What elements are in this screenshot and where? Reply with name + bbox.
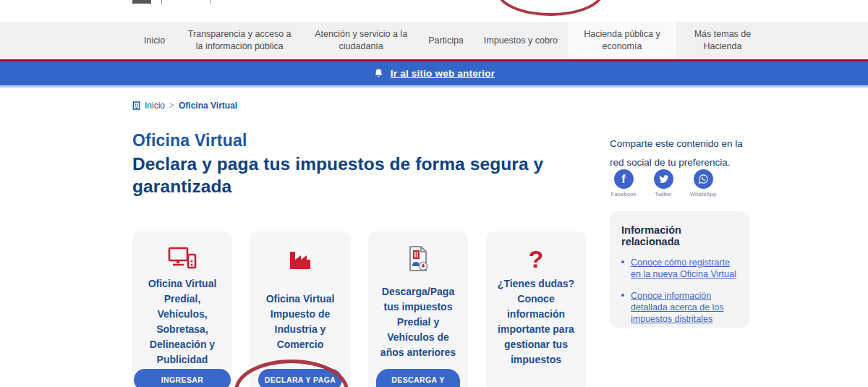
breadcrumb-home-link[interactable]: Inicio bbox=[145, 101, 165, 111]
clipped-header-logo bbox=[132, 0, 226, 4]
nav-item-mas-temas[interactable]: Más temas de Hacienda bbox=[676, 22, 769, 59]
document-download-icon bbox=[375, 243, 461, 275]
bell-icon bbox=[373, 68, 384, 79]
nav-item-atencion[interactable]: Atención y servicio a la ciudadanía bbox=[304, 22, 418, 59]
card-text: Oficina Virtual Impuesto de Industria y … bbox=[258, 292, 343, 352]
related-links-list: Conoce cómo registrarte en la nueva Ofic… bbox=[621, 257, 738, 325]
breadcrumb-separator: > bbox=[169, 101, 174, 111]
social-label: WhatsApp bbox=[690, 191, 717, 197]
breadcrumb: Inicio > Oficina Virtual bbox=[132, 101, 237, 111]
main-nav: Inicio Transparencia y acceso a la infor… bbox=[0, 22, 868, 59]
ingresar-button[interactable]: INGRESAR bbox=[134, 369, 231, 387]
card-descarga-paga: Descarga/Paga tus impuestos Predial y Ve… bbox=[368, 231, 468, 387]
building-icon bbox=[132, 101, 140, 110]
share-facebook-button[interactable]: f Facebook bbox=[610, 169, 637, 197]
card-tienes-dudas: ? ¿Tienes dudas? Conoce información impo… bbox=[486, 231, 586, 387]
social-share-row: f Facebook Twitter WhatsApp bbox=[610, 169, 717, 197]
social-label: Facebook bbox=[610, 191, 636, 197]
notification-banner: Ir al sitio web anterior bbox=[0, 61, 868, 88]
descarga-y-paga-button[interactable]: DESCARGA Y PAGA bbox=[376, 369, 460, 387]
share-prompt: Comparte este contenido en la red social… bbox=[610, 135, 754, 171]
nav-item-participa[interactable]: Participa bbox=[418, 22, 474, 59]
card-text: Oficina Virtual Predial, Vehículos, Sobr… bbox=[140, 276, 225, 367]
breadcrumb-current: Oficina Virtual bbox=[179, 101, 237, 111]
card-text: ¿Tienes dudas? Conoce información import… bbox=[493, 276, 579, 367]
factory-icon bbox=[258, 243, 343, 275]
related-link-registro[interactable]: Conoce cómo registrarte en la nueva Ofic… bbox=[631, 257, 738, 281]
card-oficina-predial: Oficina Virtual Predial, Vehículos, Sobr… bbox=[132, 231, 232, 387]
page: Inicio Transparencia y acceso a la infor… bbox=[0, 0, 868, 387]
page-subtitle: Declara y paga tus impuestos de forma se… bbox=[132, 153, 601, 198]
nav-item-hacienda-publica[interactable]: Hacienda pública y economía bbox=[568, 22, 676, 59]
nav-item-transparencia[interactable]: Transparencia y acceso a la información … bbox=[175, 22, 304, 59]
question-icon: ? bbox=[493, 243, 579, 275]
share-twitter-button[interactable]: Twitter bbox=[650, 169, 677, 197]
related-info-title: Información relacionada bbox=[621, 224, 738, 247]
logo-divider bbox=[161, 0, 162, 4]
card-text: Descarga/Paga tus impuestos Predial y Ve… bbox=[375, 284, 461, 360]
nav-item-impuestos[interactable]: Impuestos y cobro bbox=[474, 22, 568, 59]
whatsapp-icon bbox=[694, 169, 713, 189]
logo-fragment bbox=[132, 0, 151, 4]
red-circle-annotation-top bbox=[496, 0, 605, 16]
related-link-impuestos[interactable]: Conoce información detallada acerca de l… bbox=[631, 290, 738, 326]
twitter-icon bbox=[654, 169, 673, 189]
social-label: Twitter bbox=[655, 191, 672, 197]
list-item: Conoce información detallada acerca de l… bbox=[621, 290, 738, 326]
previous-site-link[interactable]: Ir al sitio web anterior bbox=[391, 68, 495, 79]
list-item: Conoce cómo registrarte en la nueva Ofic… bbox=[621, 257, 738, 281]
nav-item-inicio[interactable]: Inicio bbox=[134, 22, 175, 59]
logo-divider bbox=[210, 0, 211, 4]
share-whatsapp-button[interactable]: WhatsApp bbox=[689, 169, 717, 197]
cards-row: Oficina Virtual Predial, Vehículos, Sobr… bbox=[132, 231, 586, 387]
facebook-icon: f bbox=[614, 169, 634, 189]
page-title: Oficina Virtual bbox=[132, 131, 247, 150]
computer-icon bbox=[140, 243, 225, 275]
related-info-box: Información relacionada Conoce cómo regi… bbox=[610, 211, 749, 328]
